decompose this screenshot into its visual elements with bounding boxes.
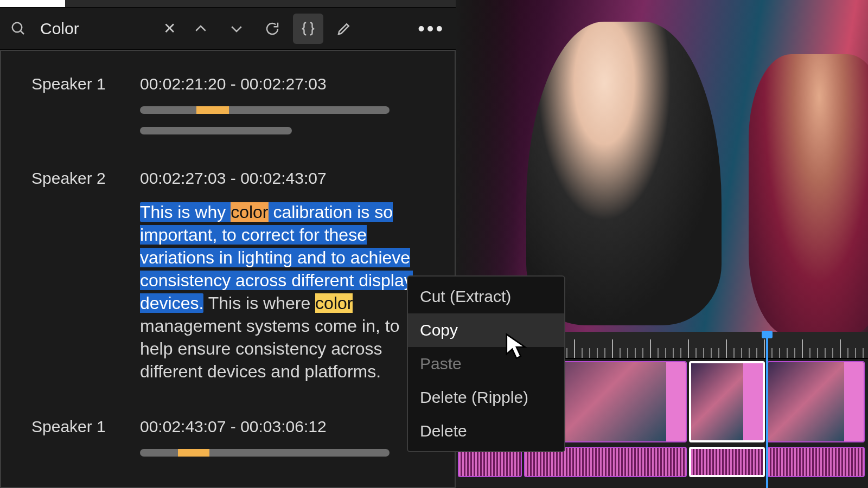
clip-handle[interactable] bbox=[743, 363, 763, 440]
edit-pencil-button[interactable] bbox=[329, 14, 359, 44]
timeline-clip[interactable] bbox=[689, 361, 765, 442]
ruler-tick bbox=[574, 339, 575, 358]
transcript-entry: Speaker 1 00:02:43:07 - 00:03:06:12 bbox=[1, 394, 455, 480]
ruler-tick bbox=[566, 348, 567, 358]
ruler-tick bbox=[794, 348, 795, 358]
clip-thumbnail bbox=[691, 363, 743, 440]
search-icon[interactable] bbox=[3, 14, 34, 44]
refresh-button[interactable] bbox=[257, 14, 288, 44]
svg-line-1 bbox=[21, 30, 24, 34]
panel-progress-strip bbox=[0, 0, 456, 8]
ruler-tick bbox=[589, 348, 590, 358]
ruler-tick bbox=[809, 348, 810, 358]
transcript-entry: Speaker 1 00:02:21:20 - 00:02:27:03 bbox=[1, 51, 455, 145]
waveform-track[interactable] bbox=[140, 449, 390, 457]
transcript-toolbar: ✕ ••• bbox=[0, 8, 456, 50]
clear-search-button[interactable]: ✕ bbox=[158, 20, 180, 37]
ruler-tick bbox=[604, 348, 605, 358]
search-match: color bbox=[315, 293, 353, 313]
preview-subject bbox=[749, 54, 868, 336]
menu-item-delete-ripple[interactable]: Delete (Ripple) bbox=[408, 381, 564, 414]
ruler-tick bbox=[665, 348, 666, 358]
ruler-tick bbox=[711, 348, 712, 358]
menu-item-delete[interactable]: Delete bbox=[408, 414, 564, 448]
ruler-tick bbox=[863, 348, 864, 358]
ruler-tick bbox=[612, 339, 613, 358]
ruler-tick bbox=[779, 348, 780, 358]
ruler-tick bbox=[627, 348, 628, 358]
audio-clip[interactable] bbox=[689, 447, 765, 477]
ruler-tick bbox=[582, 348, 583, 358]
ruler-tick bbox=[635, 348, 636, 358]
ruler-tick bbox=[756, 348, 757, 358]
ruler-tick bbox=[620, 348, 621, 358]
transcript-text[interactable]: This is why color calibration is so impo… bbox=[140, 201, 427, 383]
ruler-tick bbox=[597, 348, 598, 358]
ruler-tick bbox=[658, 348, 659, 358]
mouse-cursor-icon bbox=[505, 333, 528, 363]
ruler-tick bbox=[688, 339, 689, 358]
ruler-tick bbox=[764, 339, 765, 358]
timecode-range: 00:02:43:07 - 00:03:06:12 bbox=[140, 418, 427, 436]
menu-item-paste: Paste bbox=[408, 347, 564, 381]
clip-handle[interactable] bbox=[666, 362, 686, 441]
ruler-tick bbox=[695, 348, 697, 358]
ruler-tick bbox=[787, 348, 788, 358]
timecode-range: 00:02:27:03 - 00:02:43:07 bbox=[140, 169, 427, 188]
clip-handle[interactable] bbox=[844, 362, 864, 441]
transcript-panel: Speaker 1 00:02:21:20 - 00:02:27:03 Spea… bbox=[0, 50, 456, 488]
waveform-track[interactable] bbox=[140, 127, 292, 134]
ruler-tick bbox=[673, 348, 674, 358]
timecode-range: 00:02:21:20 - 00:02:27:03 bbox=[140, 75, 427, 93]
ruler-tick bbox=[718, 348, 719, 358]
ruler-tick bbox=[832, 348, 833, 358]
ruler-tick bbox=[642, 348, 643, 358]
timeline-clip[interactable] bbox=[767, 361, 865, 442]
ruler-tick bbox=[802, 339, 803, 358]
ruler-tick bbox=[680, 348, 681, 358]
ruler-tick bbox=[733, 348, 735, 358]
context-menu: Cut (Extract) Copy Paste Delete (Ripple)… bbox=[407, 275, 565, 452]
speaker-label: Speaker 1 bbox=[31, 75, 118, 93]
ruler-tick bbox=[825, 348, 826, 358]
menu-item-copy[interactable]: Copy bbox=[408, 313, 564, 347]
ruler-tick bbox=[771, 348, 773, 358]
match-highlight bbox=[178, 449, 209, 457]
ruler-tick bbox=[840, 339, 841, 358]
clip-thumbnail bbox=[768, 362, 844, 441]
next-match-button[interactable] bbox=[221, 14, 252, 44]
search-field-wrap bbox=[39, 14, 153, 44]
search-match: color bbox=[231, 202, 268, 222]
more-options-button[interactable]: ••• bbox=[418, 17, 445, 40]
speaker-label: Speaker 2 bbox=[31, 169, 118, 188]
speaker-label: Speaker 1 bbox=[31, 418, 118, 436]
audio-clip[interactable] bbox=[767, 447, 865, 477]
ruler-tick bbox=[741, 348, 742, 358]
menu-item-cut-extract[interactable]: Cut (Extract) bbox=[408, 280, 564, 313]
ruler-tick bbox=[817, 348, 818, 358]
panel-progress-fill bbox=[0, 0, 65, 7]
ruler-tick bbox=[749, 348, 750, 358]
ruler-tick bbox=[726, 339, 727, 358]
waveform-track[interactable] bbox=[140, 106, 390, 114]
svg-point-0 bbox=[12, 22, 22, 32]
search-input[interactable] bbox=[39, 19, 126, 38]
code-brackets-button[interactable] bbox=[293, 14, 323, 44]
ruler-tick bbox=[650, 339, 651, 358]
ruler-tick bbox=[847, 348, 848, 358]
playhead[interactable] bbox=[766, 332, 768, 488]
ruler-tick bbox=[703, 348, 704, 358]
ruler-tick bbox=[855, 348, 856, 358]
match-highlight bbox=[196, 106, 229, 114]
prev-match-button[interactable] bbox=[186, 14, 216, 44]
transcript-entry: Speaker 2 00:02:27:03 - 00:02:43:07 This… bbox=[1, 145, 455, 394]
